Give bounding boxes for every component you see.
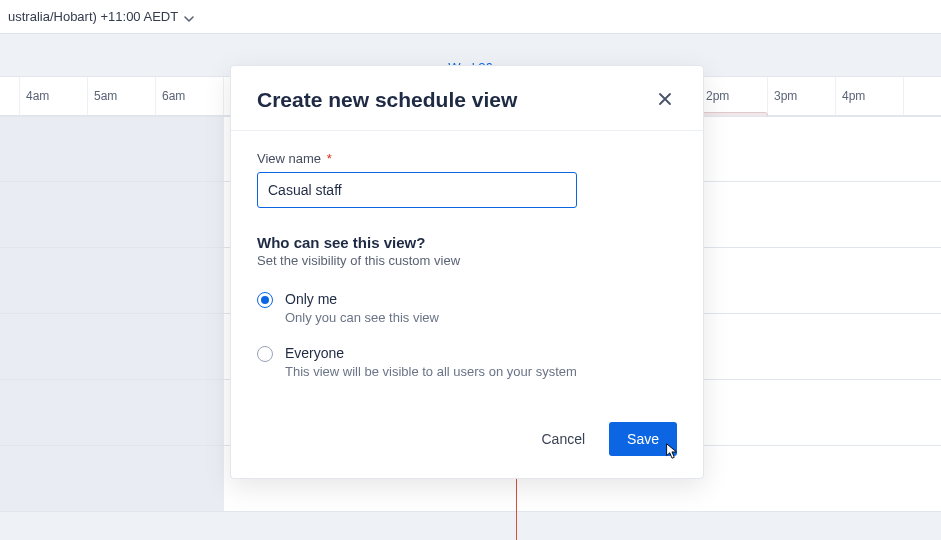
radio-only-me[interactable]: Only me Only you can see this view xyxy=(257,290,677,326)
view-name-label: View name * xyxy=(257,151,677,166)
cancel-button[interactable]: Cancel xyxy=(535,423,591,455)
close-icon xyxy=(657,91,673,110)
required-indicator: * xyxy=(327,151,332,166)
radio-label: Only me xyxy=(285,290,439,308)
radio-desc: Only you can see this view xyxy=(285,309,439,326)
visibility-radio-group: Only me Only you can see this view Every… xyxy=(257,290,677,380)
cursor-pointer-icon xyxy=(663,442,681,460)
top-bar: ustralia/Hobart) +11:00 AEDT xyxy=(0,0,941,34)
modal-header: Create new schedule view xyxy=(231,66,703,131)
hour-partial xyxy=(0,77,20,115)
radio-label: Everyone xyxy=(285,344,577,362)
visibility-subtext: Set the visibility of this custom view xyxy=(257,253,677,268)
modal-title: Create new schedule view xyxy=(257,88,517,112)
radio-everyone[interactable]: Everyone This view will be visible to al… xyxy=(257,344,677,380)
hour-2pm: 2pm xyxy=(700,77,768,115)
save-button-label: Save xyxy=(627,431,659,447)
timezone-selector[interactable]: ustralia/Hobart) +11:00 AEDT xyxy=(8,9,194,24)
visibility-heading: Who can see this view? xyxy=(257,234,677,251)
modal-body: View name * Who can see this view? Set t… xyxy=(231,131,703,408)
hour-3pm: 3pm xyxy=(768,77,836,115)
now-indicator xyxy=(516,474,517,540)
modal-footer: Cancel Save xyxy=(231,408,703,478)
hour-4pm: 4pm xyxy=(836,77,904,115)
close-button[interactable] xyxy=(653,88,677,112)
hour-6am: 6am xyxy=(156,77,224,115)
create-view-modal: Create new schedule view View name * Who… xyxy=(230,65,704,479)
save-button[interactable]: Save xyxy=(609,422,677,456)
radio-control[interactable] xyxy=(257,292,273,308)
hour-5am: 5am xyxy=(88,77,156,115)
view-name-input[interactable] xyxy=(257,172,577,208)
radio-desc: This view will be visible to all users o… xyxy=(285,363,577,380)
radio-control[interactable] xyxy=(257,346,273,362)
hour-4am: 4am xyxy=(20,77,88,115)
view-name-label-text: View name xyxy=(257,151,321,166)
chevron-down-icon xyxy=(184,12,194,22)
timezone-label: ustralia/Hobart) +11:00 AEDT xyxy=(8,9,178,24)
